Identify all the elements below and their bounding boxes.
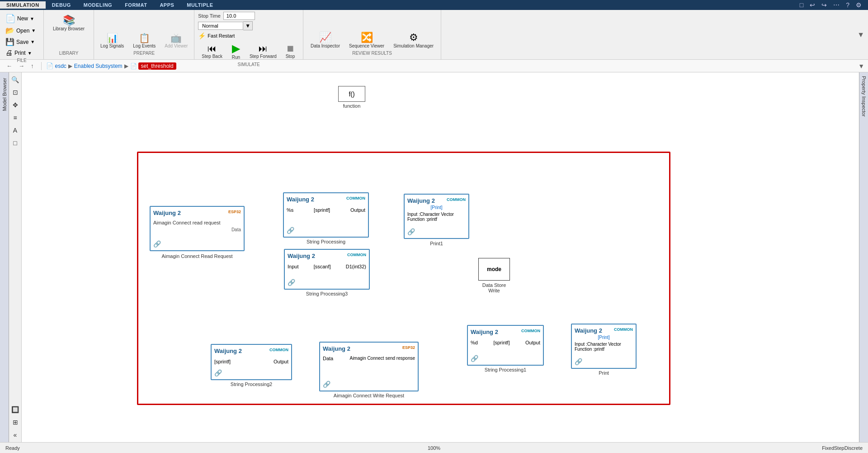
string-proc3-port-out: D1(int32)	[346, 264, 366, 269]
print1-sublabel: Print1	[404, 241, 469, 246]
library-icon: 📚	[63, 15, 75, 25]
breadcrumb-item-set-threshold[interactable]: set_threshold	[138, 62, 176, 70]
library-browser-button[interactable]: 📚 Library Browser	[49, 14, 88, 33]
aimagin-read-block[interactable]: Waijung 2 ESP32 Aimagin Connect read req…	[150, 206, 245, 251]
mode-dsw-sublabel: Data StoreWrite	[478, 282, 510, 293]
stop-time-input[interactable]	[223, 12, 255, 20]
canvas-area[interactable]: f() function Waijung 2 ESP32 Aimagin Con…	[22, 72, 859, 442]
function-block[interactable]: f()	[338, 86, 365, 102]
model-browser-tab[interactable]: Model Browser	[0, 74, 9, 114]
stop-button[interactable]: ⏹ Stop	[281, 42, 299, 61]
align-button[interactable]: ≡	[10, 112, 21, 123]
function-block-label: f()	[349, 91, 354, 98]
nav-back-button[interactable]: ←	[4, 62, 15, 70]
fast-restart-toggle[interactable]: ⚡ Fast Restart	[198, 32, 299, 39]
tab-modeling[interactable]: MODELING	[77, 1, 118, 9]
step-back-button[interactable]: ⏮ Step Back	[198, 42, 226, 61]
save-button[interactable]: 💾 Save ▼	[4, 37, 40, 47]
string-proc2-port-out: Output	[274, 359, 288, 364]
new-button[interactable]: 📄 New ▼	[4, 13, 40, 24]
redo-btn[interactable]: ↪	[819, 0, 830, 10]
property-inspector-tab[interactable]: Property Inspector	[860, 72, 868, 120]
model-browser-panel: Model Browser	[0, 72, 9, 442]
library-btn-2[interactable]: 🔲	[10, 404, 21, 415]
log-signals-button[interactable]: 📊 Log Signals	[97, 32, 127, 51]
string-proc-block[interactable]: Waijung 2 COMMON %s [sprintf] Output 🔗	[283, 192, 369, 238]
aimagin-read-content: Aimagin Connect read request	[153, 220, 241, 225]
string-proc3-sublabel: String Processing3	[284, 291, 370, 296]
help-btn[interactable]: ?	[843, 0, 852, 10]
print1-link-icon: 🔗	[407, 228, 415, 235]
step-back-icon: ⏮	[208, 44, 217, 53]
sequence-viewer-button[interactable]: 🔀 Sequence Viewer	[345, 31, 388, 51]
review-label: REVIEW RESULTS	[307, 51, 437, 56]
print2-tag: COMMON	[614, 327, 633, 332]
string-proc1-block[interactable]: Waijung 2 COMMON %d [sprintf] Output 🔗	[467, 325, 544, 366]
tab-format[interactable]: FORMAT	[118, 1, 153, 9]
more-btn[interactable]: ⋯	[830, 0, 842, 10]
data-inspector-button[interactable]: 📈 Data Inspector	[307, 31, 344, 51]
simulation-manager-icon: ⚙	[409, 33, 418, 43]
minimize-btn[interactable]: □	[797, 0, 806, 10]
status-text: Ready	[5, 445, 20, 451]
print-button[interactable]: 🖨 Print ▼	[4, 48, 40, 58]
open-button[interactable]: 📂 Open ▼	[4, 25, 40, 36]
pan-button[interactable]: ✥	[10, 100, 21, 110]
string-proc3-title: Waijung 2	[288, 253, 315, 259]
collapse-btn[interactable]: «	[10, 429, 21, 440]
nav-forward-button[interactable]: →	[16, 62, 27, 70]
string-proc-link-icon: 🔗	[287, 227, 294, 234]
string-proc3-link-icon: 🔗	[288, 279, 295, 286]
step-forward-button[interactable]: ⏭ Step Forward	[246, 42, 280, 61]
tab-multiple[interactable]: MULTIPLE	[180, 1, 219, 9]
string-proc1-tag: COMMON	[521, 329, 540, 333]
fit-view-button[interactable]: ⊡	[10, 87, 21, 98]
string-proc2-block[interactable]: Waijung 2 COMMON [sprintf] Output 🔗	[211, 344, 292, 380]
log-events-button[interactable]: 📋 Log Events	[129, 32, 159, 51]
string-proc2-sublabel: String Processing2	[211, 381, 292, 387]
simulation-manager-button[interactable]: ⚙ Simulation Manager	[390, 31, 437, 51]
print2-block[interactable]: Waijung 2 COMMON [Print] Input :Characte…	[571, 324, 637, 369]
breadcrumb-dropdown[interactable]: ▼	[858, 62, 864, 70]
add-viewer-button[interactable]: 📺 Add Viewer	[161, 32, 191, 51]
string-proc3-tag: COMMON	[347, 253, 366, 257]
zoom-in-button[interactable]: 🔍	[10, 74, 21, 85]
prepare-label: PREPARE	[133, 51, 155, 56]
library-section: 📚 Library Browser LIBRARY	[44, 10, 94, 59]
print1-line1: Input :Character Vector	[407, 212, 466, 217]
print1-block[interactable]: Waijung 2 COMMON [Print] Input :Characte…	[404, 194, 469, 239]
log-events-icon: 📋	[139, 33, 150, 43]
print2-link-icon: 🔗	[575, 358, 582, 365]
string-proc3-block[interactable]: Waijung 2 COMMON Input [sscanf] D1(int32…	[284, 249, 370, 290]
shape-button[interactable]: □	[10, 138, 21, 148]
aimagin-write-title: Waijung 2	[323, 345, 350, 352]
string-proc-tag: COMMON	[346, 196, 365, 200]
simulate-section: Stop Time ▼ ⚡ Fast Restart ⏮ Step Back ▶…	[194, 10, 303, 59]
normal-dropdown-input[interactable]	[198, 22, 243, 30]
text-button[interactable]: A	[10, 125, 21, 136]
tab-simulation[interactable]: SIMULATION	[0, 1, 46, 9]
breadcrumb-item-esdc[interactable]: esdc	[55, 63, 66, 69]
bottom-btn[interactable]: ⊞	[10, 417, 21, 428]
string-proc1-port-out: Output	[525, 340, 540, 345]
normal-dropdown-row: ▼	[198, 21, 299, 30]
breadcrumb-item-active-icon: 📄	[130, 63, 137, 69]
tab-apps[interactable]: APPS	[153, 1, 180, 9]
toolbar-expand-button[interactable]: ▼	[854, 10, 868, 59]
mode-dsw-block[interactable]: mode	[478, 258, 510, 281]
step-forward-icon: ⏭	[259, 44, 268, 53]
top-right-icons: □ ↩ ↪ ⋯ ? ⚙	[797, 0, 868, 10]
settings-btn[interactable]: ⚙	[853, 0, 864, 10]
normal-dropdown-arrow[interactable]: ▼	[243, 21, 253, 30]
aimagin-write-link-icon: 🔗	[323, 381, 330, 388]
aimagin-write-block[interactable]: Waijung 2 ESP32 Data Aimagin Connect sen…	[319, 342, 419, 391]
right-resize-handle[interactable]	[863, 120, 864, 442]
nav-up-button[interactable]: ↑	[28, 62, 37, 70]
prepare-section: 📊 Log Signals 📋 Log Events 📺 Add Viewer …	[94, 10, 194, 59]
print1-line2: Function :printf	[407, 217, 466, 222]
tab-debug[interactable]: DEBUG	[46, 1, 77, 9]
string-proc-func: [sprintf]	[314, 207, 330, 213]
run-button[interactable]: ▶ Run	[227, 41, 245, 62]
breadcrumb-item-enabled[interactable]: Enabled Subsystem	[74, 63, 123, 69]
undo-btn[interactable]: ↩	[807, 0, 818, 10]
